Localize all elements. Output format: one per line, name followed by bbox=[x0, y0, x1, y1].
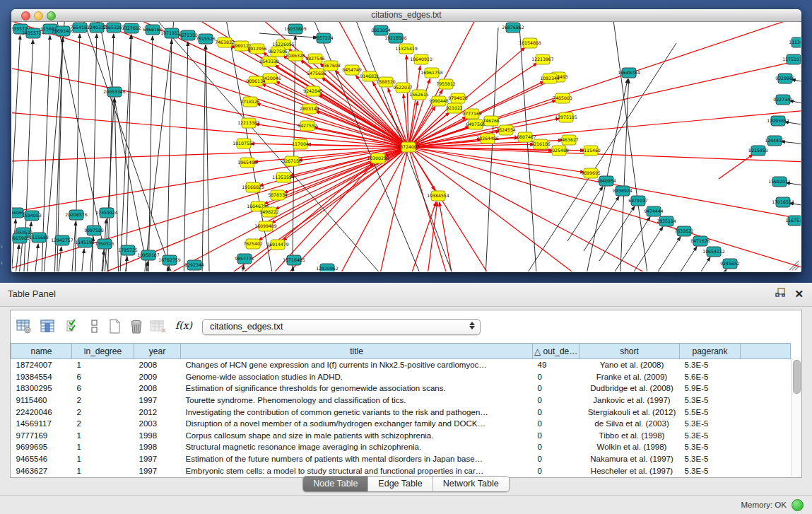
table-cell[interactable]: 1997 bbox=[134, 395, 181, 407]
table-cell[interactable]: 1 bbox=[72, 441, 134, 453]
table-row[interactable]: 911546021997Tourette syndrome. Phenomeno… bbox=[11, 395, 791, 407]
graph-node[interactable]: 1795725 bbox=[118, 245, 138, 255]
table-cell[interactable]: 14569117 bbox=[11, 418, 72, 430]
table-cell[interactable]: 5.9E-5 bbox=[680, 382, 741, 395]
table-cell[interactable]: 1997 bbox=[134, 465, 181, 477]
table-cell[interactable]: 5.5E-5 bbox=[680, 406, 741, 418]
delete-trash-icon[interactable] bbox=[129, 319, 144, 334]
graph-node[interactable]: 9245652 bbox=[720, 259, 740, 269]
graph-node[interactable]: 12975105 bbox=[555, 112, 577, 122]
tab-node-table[interactable]: Node Table bbox=[303, 477, 368, 491]
graph-node[interactable]: 12942757 bbox=[51, 235, 73, 245]
table-row[interactable]: 946554611997Estimation of the future num… bbox=[11, 453, 791, 465]
table-cell[interactable]: 0 bbox=[533, 371, 579, 383]
graph-node[interactable]: 11353594 bbox=[272, 173, 295, 182]
table-cell[interactable]: Disruption of a novel member of a sodium… bbox=[181, 418, 533, 430]
tab-network-table[interactable]: Network Table bbox=[433, 477, 509, 491]
graph-node[interactable]: 9227341 bbox=[773, 95, 793, 105]
graph-node[interactable]: 11325419 bbox=[395, 44, 418, 54]
table-cell[interactable]: 9463627 bbox=[11, 465, 72, 477]
graph-node[interactable]: 12213967 bbox=[531, 54, 554, 64]
graph-node[interactable]: 20364486 bbox=[476, 134, 499, 144]
graph-node[interactable]: 8938924 bbox=[613, 186, 632, 196]
graph-node[interactable]: 16033809 bbox=[284, 24, 307, 34]
table-row[interactable]: 1456911722003Disruption of a novel membe… bbox=[11, 418, 791, 430]
table-cell[interactable]: 0 bbox=[533, 418, 579, 430]
table-row[interactable]: 969969511998Structural magnetic resonanc… bbox=[11, 441, 791, 453]
graph-node[interactable]: 117004 bbox=[292, 139, 309, 149]
graph-node[interactable]: 15692071 bbox=[768, 177, 791, 187]
table-cell[interactable]: Stergiakouli et al. (2012) bbox=[579, 406, 680, 418]
network-window-titlebar[interactable]: citations_edges.txt bbox=[11, 9, 801, 22]
table-scrollbar[interactable] bbox=[791, 358, 801, 476]
graph-node[interactable]: 10807467 bbox=[514, 132, 536, 142]
graph-node[interactable]: 1292344 bbox=[184, 260, 204, 270]
table-cell[interactable]: Estimation of significance thresholds fo… bbox=[181, 382, 533, 395]
table-cell[interactable]: 2009 bbox=[134, 371, 181, 383]
table-cell[interactable]: Changes of HCN gene expression and I(f) … bbox=[181, 359, 533, 371]
graph-node[interactable]: 8543339 bbox=[259, 57, 279, 66]
table-cell[interactable]: 2003 bbox=[134, 418, 181, 430]
column-header[interactable]: in_degree bbox=[72, 344, 134, 359]
table-cell[interactable]: 9115460 bbox=[11, 395, 72, 407]
graph-node[interactable]: 6479197 bbox=[628, 196, 648, 206]
table-cell[interactable]: 0 bbox=[533, 430, 579, 442]
graph-node[interactable]: 3915981 bbox=[12, 233, 30, 243]
column-header[interactable]: △ out_de… bbox=[533, 344, 579, 359]
graph-node[interactable]: 8454749 bbox=[342, 65, 362, 75]
table-cell[interactable]: de Silva et al. (2003) bbox=[579, 418, 680, 430]
table-cell[interactable]: 2012 bbox=[134, 406, 181, 418]
graph-node[interactable]: 1113054 bbox=[789, 37, 801, 47]
table-cell[interactable]: 18300295 bbox=[11, 382, 72, 395]
graph-node[interactable]: 15716485 bbox=[283, 255, 305, 265]
graph-node[interactable]: 8912956 bbox=[247, 44, 267, 54]
table-cell[interactable]: 9465546 bbox=[11, 453, 72, 465]
table-cell[interactable]: Tibbo et al. (1998) bbox=[579, 430, 680, 442]
table-cell[interactable]: 1998 bbox=[134, 441, 181, 453]
panel-collapse-arrow[interactable]: ‹ bbox=[1, 244, 3, 250]
graph-node[interactable]: 9896134 bbox=[246, 76, 266, 86]
network-canvas[interactable]: 8335724243557249156632206914067654181224… bbox=[12, 22, 801, 271]
graph-node[interactable]: 2935114 bbox=[657, 216, 676, 226]
graph-node[interactable]: 1965498 bbox=[237, 158, 257, 168]
table-cell[interactable]: 5.3E-5 bbox=[680, 418, 741, 430]
table-cell[interactable]: 5.3E-5 bbox=[680, 430, 741, 442]
graph-node[interactable]: 20053346 bbox=[103, 87, 126, 97]
table-cell[interactable]: Hescheler et al. (1997) bbox=[579, 465, 680, 477]
graph-node[interactable]: 7632621 bbox=[674, 226, 694, 236]
table-cell[interactable]: 1 bbox=[72, 453, 134, 465]
graph-node[interactable]: 921022 bbox=[446, 103, 463, 113]
column-visibility-icon[interactable] bbox=[40, 319, 56, 334]
select-all-icon[interactable] bbox=[66, 319, 81, 334]
graph-node[interactable]: 746266 bbox=[483, 116, 500, 126]
table-cell[interactable]: Nakamura et al. (1997) bbox=[579, 453, 680, 465]
graph-node[interactable]: 9794028 bbox=[448, 93, 468, 103]
close-panel-icon[interactable]: ✕ bbox=[794, 288, 804, 300]
table-cell[interactable]: Embryonic stem cells: a model to study s… bbox=[181, 465, 533, 477]
graph-node[interactable]: 9329966 bbox=[775, 74, 795, 83]
table-row[interactable]: 2242004622012Investigating the contribut… bbox=[11, 406, 791, 418]
graph-node[interactable]: 8186328 bbox=[286, 51, 305, 61]
table-cell[interactable]: 5.3E-5 bbox=[680, 441, 741, 453]
float-window-icon[interactable] bbox=[775, 288, 786, 300]
table-cell[interactable]: 1 bbox=[72, 430, 134, 442]
table-cell[interactable]: 2008 bbox=[134, 359, 181, 371]
table-cell[interactable]: 1997 bbox=[134, 453, 181, 465]
graph-node[interactable]: 10107553 bbox=[233, 139, 255, 148]
column-header[interactable]: title bbox=[181, 344, 533, 359]
table-cell[interactable]: 2 bbox=[72, 395, 134, 407]
graph-node[interactable]: 8216186 bbox=[531, 139, 551, 149]
table-cell[interactable]: 2008 bbox=[134, 382, 181, 395]
table-cell[interactable]: 0 bbox=[533, 406, 579, 418]
scrollbar-thumb[interactable] bbox=[793, 360, 801, 394]
graph-node[interactable]: 8471676 bbox=[690, 236, 710, 246]
graph-node[interactable]: 7485003 bbox=[553, 93, 572, 103]
graph-node[interactable]: 9857771 bbox=[235, 254, 254, 264]
graph-node[interactable]: 16154808 bbox=[519, 38, 541, 48]
graph-node[interactable]: 16782759 bbox=[158, 255, 181, 265]
table-cell[interactable]: 6 bbox=[72, 371, 134, 383]
graph-node[interactable]: 9427552 bbox=[298, 121, 317, 131]
graph-node[interactable]: 3624554 bbox=[496, 125, 516, 135]
graph-node[interactable]: 9097588 bbox=[84, 226, 104, 235]
graph-node[interactable]: 16099489 bbox=[254, 221, 277, 231]
